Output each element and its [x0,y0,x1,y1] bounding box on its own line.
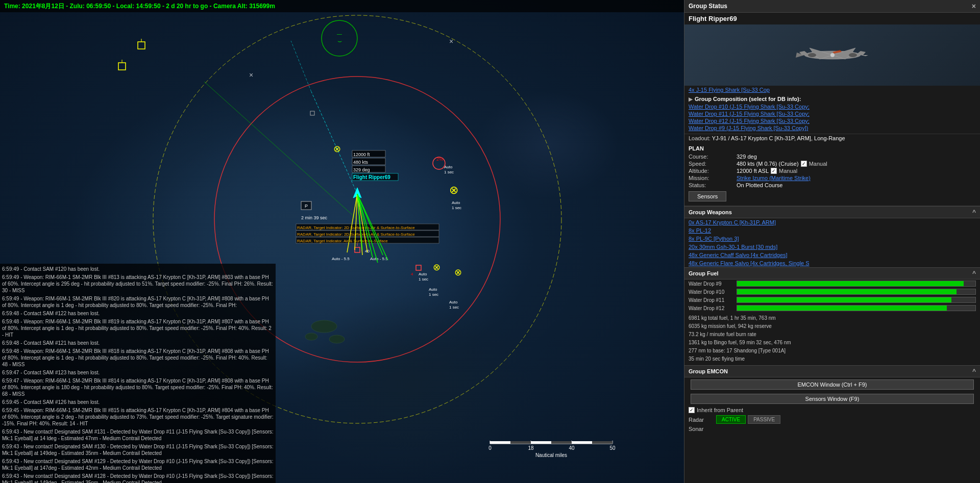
svg-text:RADAR, Target Indicator. Air &: RADAR, Target Indicator. Air & Surface-t… [297,239,388,243]
top-bar: Time: 2021年8月12日 - Zulu: 06:59:50 - Loca… [0,0,684,12]
loadout-label: Loadout: [689,135,710,141]
group-emcon-label: Group EMCON [689,368,728,374]
map-area[interactable]: Time: 2021年8月12日 - Zulu: 06:59:50 - Loca… [0,0,684,483]
composition-list: Water Drop #10 (J-15 Flying Shark [Su-33… [689,103,976,132]
composition-item[interactable]: Water Drop #9 (J-15 Flying Shark [Su-33 … [689,124,976,132]
log-entry: 6:59:48 - Weapon: RIM-66M-1 SM-2MR Blk I… [2,318,274,338]
plan-label: PLAN [689,145,976,151]
group-weapons-header[interactable]: Group Weapons ^ [684,206,980,218]
group-emcon-header[interactable]: Group EMCON ^ [684,365,980,377]
speed-value-row: 480 kts (M 0.76) (Cruise) ✓ Manual [737,161,976,167]
emcon-window-button[interactable]: EMCON Window (Ctrl + F9) [691,379,974,390]
course-label: Course: [689,154,734,160]
loadout-value: YJ-91 / AS-17 Krypton C [Kh-31P, ARM], L… [712,135,845,141]
group-fuel-header[interactable]: Group Fuel ^ [684,267,980,279]
composition-item[interactable]: Water Drop #11 (J-15 Flying Shark [Su-33… [689,110,976,117]
log-entry: 6:59:43 - New contact! Designated SAM #1… [2,473,274,483]
svg-text:⊗: ⊗ [433,262,440,272]
svg-text:0: 0 [488,445,492,451]
fuel-stat-line: 1361 kg to Bingo fuel, 59 min 32 sec, 47… [689,339,976,347]
group-composition-header[interactable]: ▶ Group Composition (select for DB info)… [689,96,976,102]
weapon-item[interactable]: 8x PL-12 [684,226,980,235]
time-display: Time: 2021年8月12日 - Zulu: 06:59:50 - Loca… [4,2,275,11]
fuel-stat-line: 6981 kg total fuel, 1 hr 35 min, 763 nm [689,314,976,322]
svg-text:480 kts: 480 kts [353,160,369,165]
radar-label: Radar [689,417,714,423]
group-composition-section: ▶ Group Composition (select for DB info)… [684,94,980,134]
fuel-row: Water Drop #10 [684,288,980,296]
aircraft-image [684,24,980,86]
svg-text:×: × [449,37,453,45]
svg-text:2 min 39 sec: 2 min 39 sec [301,215,328,220]
svg-point-93 [808,53,816,57]
speed-manual-checkbox[interactable]: ✓ [801,161,807,167]
fuel-unit-label: Water Drop #9 [689,281,734,287]
mission-label: Mission: [689,175,734,181]
svg-text:Nautical miles: Nautical miles [535,452,567,458]
inherit-label: Inherit from Parent [697,407,743,413]
radar-passive-button[interactable]: PASSIVE [748,415,780,424]
svg-rect-11 [310,111,314,115]
composition-arrow: ▶ [689,96,693,102]
mission-link[interactable]: Strike Izumo (Maritime Strike) [737,175,976,181]
svg-text:Flight Ripper69: Flight Ripper69 [353,174,390,180]
log-entry: 6:59:49 - Contact SAM #120 has been lost… [2,266,274,272]
fuel-row: Water Drop #9 [684,279,980,288]
log-entry: 6:59:45 - Contact SAM #126 has been lost… [2,399,274,405]
log-entry: 6:59:49 - Weapon: RIM-66M-1 SM-2MR Blk I… [2,274,274,294]
fuel-bar-fill [737,297,951,302]
sensors-button[interactable]: Sensors [689,191,726,201]
altitude-manual-label: Manual [779,168,797,174]
status-label: Status: [689,182,734,188]
log-entry: 6:59:43 - New contact! Designated SAM #1… [2,458,274,471]
fuel-stat-line: 6035 kg mission fuel, 942 kg reserve [689,322,976,331]
svg-text:1 sec: 1 sec [419,277,428,282]
log-entry: 6:59:48 - Weapon: RIM-66M-1 SM-2MR Blk I… [2,348,274,368]
panel-title: Group Status [689,3,727,10]
weapon-item[interactable]: 8x PL-9C [Python 3] [684,235,980,243]
composition-item[interactable]: Water Drop #12 (J-15 Flying Shark [Su-33… [689,117,976,124]
svg-rect-5 [138,42,145,49]
speed-value: 480 kts (M 0.76) (Cruise) [737,161,799,167]
weapons-list: 0x AS-17 Krypton C [Kh-31P, ARM]8x PL-12… [684,218,980,267]
sensors-window-button[interactable]: Sensors Window (F9) [691,394,974,404]
inherit-from-parent-row: ✓ Inherit from Parent [684,406,980,414]
weapon-item[interactable]: 48x Generic Flare Salvo [4x Cartridges, … [684,259,980,267]
aircraft-db-link[interactable]: 4x J-15 Flying Shark [Su-33 Cop [684,86,980,94]
svg-text:18: 18 [528,445,534,451]
flight-name: Flight Ripper69 [684,13,980,24]
svg-point-65 [305,333,317,340]
svg-text:Auto: Auto [449,300,458,304]
altitude-manual-checkbox[interactable]: ✓ [771,168,777,174]
inherit-checkbox[interactable]: ✓ [689,407,695,413]
weapon-item[interactable]: 20x 30mm Gsh-30-1 Burst [30 mds] [684,243,980,251]
svg-text:329 deg: 329 deg [353,167,370,172]
weapon-item[interactable]: 48x Generic Chaff Salvo [4x Cartridges] [684,251,980,259]
svg-text:Auto: Auto [452,200,460,205]
svg-rect-26 [355,247,360,252]
log-entry: 6:59:43 - New contact! Designated SAM #1… [2,443,274,456]
fuel-bar-background [737,305,976,311]
weapons-collapse-arrow: ^ [972,209,976,216]
svg-rect-7 [118,63,126,70]
panel-close-button[interactable]: × [972,2,976,10]
radar-row: Radar ACTIVE PASSIVE [684,414,980,425]
mission-row: Mission: Strike Izumo (Maritime Strike) [689,175,976,181]
fuel-stats: 6981 kg total fuel, 1 hr 35 min, 763 nm6… [684,312,980,365]
panel-header: Group Status × [684,0,980,13]
fuel-row: Water Drop #11 [684,296,980,304]
altitude-row: Altitude: 12000 ft ASL ✓ Manual [689,168,976,174]
radar-active-button[interactable]: ACTIVE [716,415,746,424]
weapon-item[interactable]: 0x AS-17 Krypton C [Kh-31P, ARM] [684,218,980,226]
svg-text:⌣: ⌣ [337,37,342,45]
log-entry: 6:59:43 - New contact! Designated SAM #1… [2,428,274,442]
svg-text:1 sec: 1 sec [452,206,461,210]
fuel-unit-label: Water Drop #11 [689,297,734,303]
svg-rect-75 [531,441,551,444]
svg-rect-53 [416,265,421,270]
svg-point-64 [329,335,345,343]
fuel-bar-background [737,289,976,295]
composition-item[interactable]: Water Drop #10 (J-15 Flying Shark [Su-33… [689,103,976,110]
svg-rect-78 [592,441,612,444]
svg-text:—: — [337,31,342,37]
